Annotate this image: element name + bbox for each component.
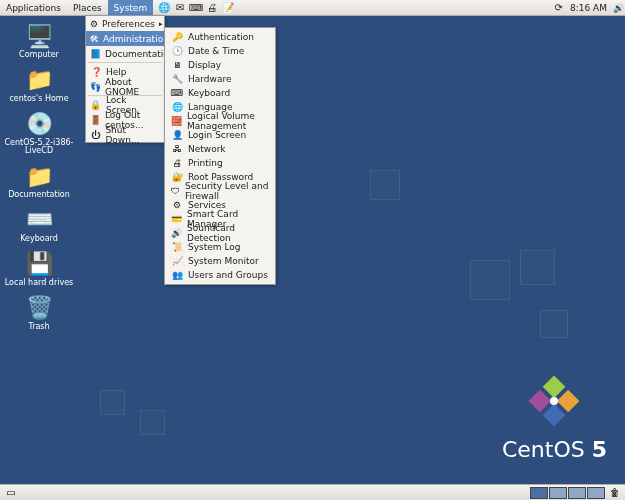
trash-icon: 🗑️ [23, 294, 55, 322]
menu-system[interactable]: System [108, 0, 154, 15]
livecd-icon: 💿 [23, 110, 55, 138]
svg-rect-3 [543, 404, 566, 427]
admin-item-label: Security Level and Firewall [185, 181, 269, 201]
admin-item-label: System Monitor [188, 256, 259, 266]
admin-item-icon: 👥 [171, 269, 183, 281]
admin-menu-item[interactable]: 🖥Display [165, 58, 275, 72]
menu-item-label: Administration [103, 34, 169, 44]
centos-brand-text: CentOS 5 [502, 437, 607, 462]
wallpaper-decoration [520, 250, 555, 285]
home-icon: 📁 [23, 66, 55, 94]
admin-menu-item[interactable]: 🖧Network [165, 142, 275, 156]
launcher-notes-icon[interactable]: 📝 [221, 2, 235, 14]
workspace-1[interactable] [530, 487, 548, 499]
system-menu-item[interactable]: ⚙Preferences▸ [86, 16, 164, 31]
system-menu-item[interactable]: 🛠Administration▸ [86, 31, 164, 46]
admin-item-label: Display [188, 60, 221, 70]
admin-item-icon: ⚙ [171, 199, 183, 211]
brand-version: 5 [592, 437, 607, 462]
admin-menu-item[interactable]: 👥Users and Groups [165, 268, 275, 282]
menu-item-icon: 🔒 [90, 99, 102, 111]
documentation-icon: 📁 [23, 162, 55, 190]
desktop-icon-computer[interactable]: 🖥️Computer [4, 22, 74, 60]
desktop-icon-livecd[interactable]: 💿CentOS-5.2-i386-LiveCD [4, 110, 74, 157]
show-desktop-button[interactable]: ▭ [2, 486, 20, 500]
volume-icon[interactable]: 🔊 [611, 3, 625, 13]
admin-item-icon: 🖨 [171, 157, 183, 169]
update-notifier-icon[interactable]: ⟳ [552, 2, 566, 13]
bottom-panel: ▭ 🗑 [0, 484, 625, 500]
centos-logo: CentOS 5 [502, 373, 607, 462]
menu-system-label: System [114, 3, 148, 13]
menu-item-icon: 🛠 [90, 33, 99, 45]
admin-menu-item[interactable]: 🕒Date & Time [165, 44, 275, 58]
svg-rect-2 [529, 390, 552, 413]
menu-applications[interactable]: Applications [0, 0, 67, 15]
menu-places[interactable]: Places [67, 0, 108, 15]
clock-label: 8:16 AM [570, 3, 607, 13]
desktop-icon-keyboard[interactable]: ⌨️Keyboard [4, 206, 74, 244]
workspace-2[interactable] [549, 487, 567, 499]
menu-applications-label: Applications [6, 3, 61, 13]
admin-item-label: Users and Groups [188, 270, 268, 280]
admin-item-icon: ⌨ [171, 87, 183, 99]
admin-item-label: Printing [188, 158, 223, 168]
launcher-terminal-icon[interactable]: ⌨ [189, 2, 203, 14]
launcher-print-icon[interactable]: 🖨 [205, 2, 219, 14]
centos-logo-icon [524, 373, 584, 429]
desktop-icon-trash[interactable]: 🗑️Trash [4, 294, 74, 332]
menu-item-label: About GNOME [105, 77, 160, 97]
launcher-browser-icon[interactable]: 🌐 [157, 2, 171, 14]
menu-item-label: Preferences [102, 19, 155, 29]
admin-item-label: System Log [188, 242, 241, 252]
menu-item-icon: ❓ [90, 66, 102, 78]
admin-item-label: Date & Time [188, 46, 244, 56]
svg-point-4 [550, 397, 558, 405]
admin-menu-item[interactable]: 🖨Printing [165, 156, 275, 170]
admin-item-icon: 🕒 [171, 45, 183, 57]
admin-menu-item[interactable]: 🔊Soundcard Detection [165, 226, 275, 240]
admin-item-icon: 🧱 [171, 115, 182, 127]
system-menu-item[interactable]: ⏻Shut Down... [86, 127, 164, 142]
admin-menu-item[interactable]: 📈System Monitor [165, 254, 275, 268]
admin-item-label: Authentication [188, 32, 254, 42]
desktop-icon-label: Computer [19, 51, 59, 60]
wallpaper-decoration [370, 170, 400, 200]
menu-item-label: Help [106, 67, 127, 77]
system-menu-item[interactable]: 📘Documentation▸ [86, 46, 164, 61]
desktop-icon-label: Local hard drives [5, 279, 73, 288]
top-panel: Applications Places System 🌐 ✉ ⌨ 🖨 📝 ⟳ 8… [0, 0, 625, 16]
svg-rect-0 [543, 376, 566, 399]
local-drives-icon: 💾 [23, 250, 55, 278]
admin-item-icon: 🖧 [171, 143, 183, 155]
wallpaper-decoration [100, 390, 125, 415]
wallpaper-decoration [540, 310, 568, 338]
menu-item-icon: 🚪 [90, 114, 101, 126]
system-menu-item[interactable]: 👣About GNOME [86, 79, 164, 94]
panel-launchers: 🌐 ✉ ⌨ 🖨 📝 [157, 2, 235, 14]
wallpaper-decoration [470, 260, 510, 300]
desktop-icon-label: CentOS-5.2-i386-LiveCD [4, 139, 74, 157]
admin-menu-item[interactable]: 🔧Hardware [165, 72, 275, 86]
wallpaper-decoration [140, 410, 165, 435]
admin-item-label: Keyboard [188, 88, 230, 98]
workspace-3[interactable] [568, 487, 586, 499]
admin-menu-item[interactable]: 🛡Security Level and Firewall [165, 184, 275, 198]
desktop-icon-local-drives[interactable]: 💾Local hard drives [4, 250, 74, 288]
admin-item-icon: 🔐 [171, 171, 183, 183]
desktop-icon-home[interactable]: 📁centos's Home [4, 66, 74, 104]
menu-item-label: Shut Down... [105, 125, 160, 145]
admin-menu-item[interactable]: 🔑Authentication [165, 30, 275, 44]
admin-menu-item[interactable]: ⌨Keyboard [165, 86, 275, 100]
desktop-icon-label: Keyboard [20, 235, 58, 244]
launcher-mail-icon[interactable]: ✉ [173, 2, 187, 14]
submenu-arrow-icon: ▸ [159, 20, 163, 28]
admin-item-icon: 🔧 [171, 73, 183, 85]
admin-menu-item[interactable]: 🧱Logical Volume Management [165, 114, 275, 128]
workspace-4[interactable] [587, 487, 605, 499]
system-menu-popup: ⚙Preferences▸🛠Administration▸📘Documentat… [85, 15, 165, 143]
admin-item-label: Network [188, 144, 226, 154]
trash-applet-icon[interactable]: 🗑 [607, 487, 623, 498]
panel-clock[interactable]: 8:16 AM [566, 3, 611, 13]
desktop-icon-documentation[interactable]: 📁Documentation [4, 162, 74, 200]
